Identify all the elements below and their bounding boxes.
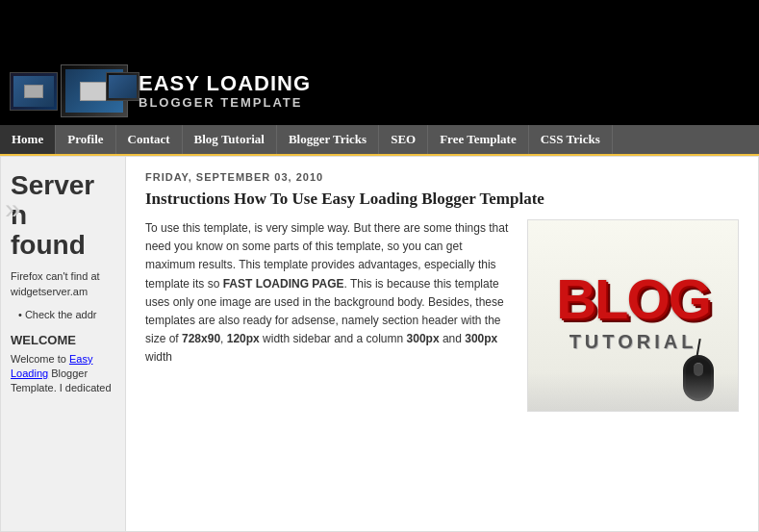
left-panel: » Server nfound Firefox can't find at wi… bbox=[1, 157, 126, 531]
post-content-area: To use this template, is very simple way… bbox=[145, 219, 739, 412]
nav-blog-tutorial[interactable]: Blog Tutorial bbox=[183, 125, 277, 154]
logo-img-1 bbox=[10, 72, 58, 111]
post-image: BLOG TUTORIAL bbox=[527, 219, 739, 412]
welcome-text: Welcome to Easy Loading Blogger Template… bbox=[11, 352, 115, 396]
logo-subtitle: Blogger Template bbox=[139, 95, 311, 110]
nav-seo[interactable]: SEO bbox=[379, 125, 428, 154]
main-content: Friday, September 03, 2010 Instructions … bbox=[126, 157, 758, 531]
blog-3d-text: BLOG bbox=[556, 271, 710, 327]
nav-profile[interactable]: Profile bbox=[56, 125, 115, 154]
welcome-link[interactable]: Easy Loading bbox=[11, 353, 92, 379]
error-desc: Firefox can't find at widgetserver.am bbox=[11, 269, 115, 299]
logo-img-3 bbox=[106, 72, 139, 101]
nav-free-template[interactable]: Free Template bbox=[428, 125, 529, 154]
post-title: Instructions How To Use Easy Loading Blo… bbox=[145, 189, 739, 210]
error-list: • Check the addr bbox=[11, 307, 115, 323]
logo-area: Easy Loading Blogger Template bbox=[10, 64, 311, 117]
nav-contact[interactable]: Contact bbox=[116, 125, 183, 154]
logo-title: Easy Loading bbox=[139, 72, 311, 95]
nav-bar: Home Profile Contact Blog Tutorial Blogg… bbox=[0, 125, 759, 156]
welcome-title: WELCOME bbox=[11, 333, 115, 347]
post-text: To use this template, is very simple way… bbox=[145, 219, 513, 412]
logo-text: Easy Loading Blogger Template bbox=[139, 72, 311, 110]
post-date: Friday, September 03, 2010 bbox=[145, 171, 739, 183]
nav-home[interactable]: Home bbox=[0, 125, 56, 154]
logo-images bbox=[10, 64, 131, 117]
nav-css-tricks[interactable]: CSS Tricks bbox=[529, 125, 613, 154]
tutorial-text: TUTORIAL bbox=[569, 331, 697, 353]
arrow-decoration: » bbox=[5, 192, 21, 225]
site-header: Easy Loading Blogger Template bbox=[0, 0, 759, 125]
nav-blogger-tricks[interactable]: Blogger Tricks bbox=[277, 125, 379, 154]
content-wrapper: » Server nfound Firefox can't find at wi… bbox=[0, 156, 759, 532]
error-title: Server nfound bbox=[11, 171, 115, 260]
